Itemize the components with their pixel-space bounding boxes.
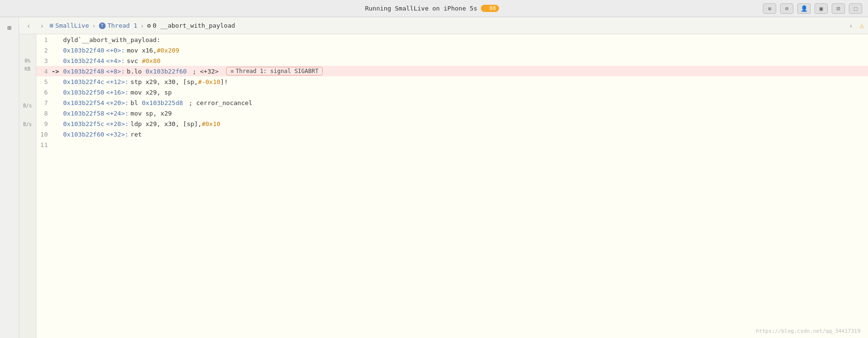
line-number: 2 (38, 47, 52, 54)
line-number: 3 (38, 57, 52, 64)
breadcrumb-thread-label: Thread 1 (108, 22, 138, 29)
thread-signal-badge: ≡Thread 1: signal SIGABRT (226, 67, 323, 75)
line-number: 1 (38, 36, 52, 43)
code-line: 90x103b22f5c <+28>: ldp x29, x30, [sp], … (36, 118, 868, 129)
code-part: 0x103b22f5c (63, 120, 104, 127)
left-sidebar: ⊞ (0, 17, 19, 338)
code-line: 50x103b22f4c <+12>: stp x29, x30, [sp, #… (36, 76, 868, 87)
line-number: 7 (38, 99, 52, 106)
code-part: 0x103b22f54 (63, 99, 104, 106)
breadcrumb: ⊞ SmallLive › T Thread 1 › ⚙ 0 __abort_w… (50, 22, 235, 30)
inner-content: ‹ › ⊞ SmallLive › T Thread 1 › ⚙ 0 __abo… (19, 17, 868, 338)
code-part: 0x103b22f48 (63, 68, 104, 75)
breadcrumb-sep-2: › (140, 22, 144, 30)
code-part: 0x103b22f58 (63, 110, 104, 117)
code-part: #0x10 (202, 120, 220, 127)
grid-icon-small: ⊞ (50, 22, 54, 29)
code-line: 11 (36, 139, 868, 150)
metric-kb: KB (24, 66, 30, 72)
layout-button-1[interactable]: ▣ (814, 3, 828, 14)
breadcrumb-function[interactable]: ⚙ 0 __abort_with_payload (147, 22, 235, 29)
line-number: 10 (38, 131, 52, 138)
code-part: 0x103b22f44 (63, 57, 104, 64)
code-part: ]! (220, 78, 228, 85)
code-part: #-0x10 (198, 78, 220, 85)
code-part: x29, x30, [sp, (146, 78, 198, 85)
gear-icon: ⚙ (147, 22, 151, 29)
user-button[interactable]: 👤 (797, 3, 811, 14)
line-number: 8 (38, 110, 52, 117)
code-part: b.lo (127, 68, 141, 75)
nav-back-right-button[interactable]: ‹ (845, 20, 857, 32)
code-line: 70x103b22f54 <+20>: bl 0x103b225d8 ; cer… (36, 97, 868, 108)
nav-back-button[interactable]: ‹ (23, 20, 34, 32)
layout-button-2[interactable]: ⊡ (832, 3, 845, 14)
code-part: #0x209 (157, 47, 179, 54)
thread-badge-label: Thread 1: signal SIGABRT (236, 68, 318, 74)
code-part: <+12>: (106, 78, 129, 85)
code-part: stp (130, 78, 141, 85)
app-title: Running SmallLive on iPhone 5s (365, 5, 477, 12)
line-number: 9 (38, 120, 52, 127)
code-part: x29, x30, [sp], (146, 120, 202, 127)
code-part: mov (130, 89, 141, 96)
code-part: 0x103b22f50 (63, 89, 104, 96)
code-part: ldp (130, 120, 141, 127)
code-part: #0x80 (142, 57, 161, 64)
code-part: 0x103b22f4c (63, 78, 104, 85)
watermark: https://blog.csdn.net/qq_34417319 (756, 328, 860, 334)
title-bar-center: Running SmallLive on iPhone 5s ⚠ 88 (101, 5, 763, 12)
title-bar-right: ≡ ⊘ 👤 ▣ ⊡ ⬚ (763, 3, 862, 14)
line-number: 11 (38, 141, 52, 148)
code-part: dyld`__abort_with_payload: (63, 36, 161, 43)
code-part: <+4>: (106, 57, 125, 64)
breadcrumb-sep-1: › (92, 22, 96, 30)
breadcrumb-smalllive[interactable]: ⊞ SmallLive (50, 22, 89, 29)
metric-0-percent: 0% (24, 58, 30, 63)
code-part: 0x103b225d8 (142, 99, 183, 106)
nav-right: ‹ ⚠ (845, 20, 864, 32)
grid-icon[interactable]: ⊞ (3, 21, 16, 34)
warning-count: 88 (489, 5, 496, 11)
code-line: 30x103b22f44 <+4>: svc #0x80 (36, 55, 868, 66)
code-part: <+24>: (106, 110, 129, 117)
code-area: 1dyld`__abort_with_payload:20x103b22f40 … (36, 34, 868, 338)
code-line: 4->0x103b22f48 <+8>: b.lo 0x103b22f60 ; … (36, 66, 868, 76)
code-part: x29, sp (146, 89, 172, 96)
breadcrumb-smalllive-label: SmallLive (55, 22, 89, 29)
line-number: 4 (38, 68, 52, 75)
line-number: 5 (38, 78, 52, 85)
code-part: <+32>: (106, 131, 129, 138)
nav-bar: ‹ › ⊞ SmallLive › T Thread 1 › ⚙ 0 __abo… (19, 17, 868, 34)
line-number: 6 (38, 89, 52, 96)
circle-button[interactable]: ⊘ (780, 3, 793, 14)
code-part: <+16>: (106, 89, 129, 96)
code-part: 0x103b22f60 (146, 68, 187, 75)
align-left-button[interactable]: ≡ (763, 3, 776, 14)
code-line: 20x103b22f40 <+0>: mov x16, #0x209 (36, 45, 868, 55)
warning-icon: ⚠ (484, 5, 488, 11)
nav-forward-button[interactable]: › (36, 20, 48, 32)
code-part: bl (130, 99, 138, 106)
thread-badge-icon: ≡ (230, 68, 234, 74)
code-part: ; <+32> (193, 68, 219, 75)
code-line: 100x103b22f60 <+32>: ret (36, 129, 868, 139)
title-bar: Running SmallLive on iPhone 5s ⚠ 88 ≡ ⊘ … (0, 0, 868, 17)
code-part: <+8>: (106, 68, 125, 75)
thread-icon: T (99, 22, 106, 29)
code-part: <+28>: (106, 120, 129, 127)
metric-bs1: B/s (23, 103, 32, 108)
code-part: <+0>: (106, 47, 125, 54)
code-part: 0x103b22f40 (63, 47, 104, 54)
line-arrow: -> (52, 68, 63, 75)
code-line: 80x103b22f58 <+24>: mov sp, x29 (36, 108, 868, 118)
code-line: 1dyld`__abort_with_payload: (36, 34, 868, 45)
code-part: svc (127, 57, 138, 64)
metrics-panel: 0% KB B/s B/s (19, 34, 36, 338)
layout-button-3[interactable]: ⬚ (849, 3, 862, 14)
code-part: x16, (142, 47, 157, 54)
code-part: mov (130, 110, 141, 117)
metric-bs2: B/s (23, 122, 32, 127)
breadcrumb-thread[interactable]: T Thread 1 (99, 22, 138, 29)
nav-warning-right: ⚠ (859, 21, 864, 30)
